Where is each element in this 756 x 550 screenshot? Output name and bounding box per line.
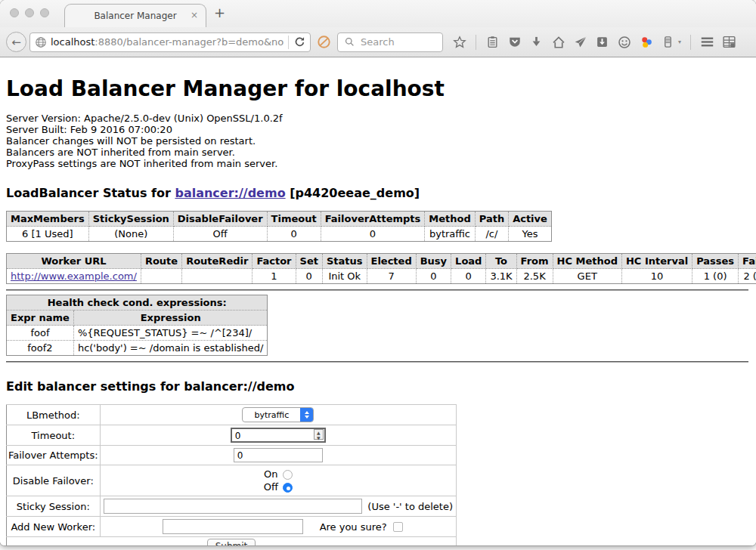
reload-icon[interactable]: [293, 35, 307, 49]
back-button[interactable]: ←: [6, 32, 26, 52]
cell-set: 0: [296, 269, 322, 284]
content-blocker-icon[interactable]: [317, 35, 331, 49]
cell-from: 2.5K: [516, 269, 553, 284]
sticky-session-label: Sticky Session:: [7, 496, 101, 517]
download-arrow-icon[interactable]: [529, 35, 544, 49]
failover-attempts-label: Failover Attempts:: [7, 446, 101, 465]
cell-expression: hc('body') =~ /domain is established/: [73, 341, 268, 356]
page-content: Load Balancer Manager for localhost Serv…: [0, 58, 756, 545]
health-check-table: Health check cond. expressions: Expr nam…: [6, 295, 268, 356]
cell-failoverattempts: 0: [321, 227, 425, 242]
save-box-icon[interactable]: [595, 35, 609, 49]
on-label: On: [264, 468, 277, 480]
edit-settings-heading: Edit balancer settings for balancer://de…: [6, 379, 748, 394]
cell-passes: 1 (0): [692, 269, 739, 284]
pocket-icon[interactable]: [507, 35, 522, 49]
cell-stickysession: (None): [88, 227, 173, 242]
timeout-input[interactable]: 0: [231, 428, 326, 443]
column-header: Worker URL: [7, 254, 141, 269]
worker-url-link[interactable]: http://www.example.com/: [11, 270, 137, 282]
bookmark-star-icon[interactable]: [452, 35, 466, 49]
lbmethod-selected-value: bytraffic: [243, 410, 300, 420]
sticky-session-hint: (Use '-' to delete): [367, 501, 453, 512]
page-title: Load Balancer Manager for localhost: [6, 76, 748, 101]
add-new-worker-label: Add New Worker:: [7, 517, 101, 537]
column-header: From: [516, 254, 553, 269]
toolbar-divider: [476, 35, 476, 50]
select-stepper-icon[interactable]: [300, 408, 313, 422]
colored-dots-icon[interactable]: [639, 35, 653, 49]
cell-active: Yes: [509, 227, 552, 242]
column-header: Busy: [416, 254, 451, 269]
column-header: FailoverAttempts: [321, 212, 425, 227]
cell-route: [141, 269, 181, 284]
cell-timeout: 0: [267, 227, 321, 242]
failover-attempts-input[interactable]: 0: [234, 448, 323, 462]
reading-list-icon[interactable]: [485, 35, 500, 49]
search-placeholder: Search: [361, 36, 395, 48]
failover-on-radio[interactable]: [283, 470, 293, 480]
failover-on-option: On: [102, 468, 454, 480]
url-domain: localhost: [51, 36, 94, 48]
timeout-label: Timeout:: [7, 425, 101, 446]
failover-off-option: Off: [102, 480, 454, 493]
proxypass-note: ProxyPass settings are NOT inherited fro…: [6, 158, 748, 169]
smiley-icon[interactable]: [617, 35, 631, 49]
column-header: Method: [425, 212, 475, 227]
cell-worker-url: http://www.example.com/: [7, 269, 141, 284]
url-bar[interactable]: localhost:8880/balancer-manager?b=demo&n…: [29, 32, 311, 52]
search-input[interactable]: Search: [337, 32, 443, 52]
zoom-window-button[interactable]: [40, 8, 49, 17]
send-icon[interactable]: [573, 35, 587, 49]
cell-status: Init Ok: [322, 269, 367, 284]
status-heading: LoadBalancer Status for balancer://demo …: [6, 186, 748, 200]
cell-elected: 7: [367, 269, 416, 284]
toolbar-buttons: ▾: [452, 35, 736, 50]
minimize-window-button[interactable]: [25, 8, 34, 17]
column-header: HC Method: [553, 254, 621, 269]
tab-close-icon[interactable]: ×: [191, 10, 198, 20]
status-heading-prefix: LoadBalancer Status for: [6, 186, 175, 200]
urlbar-divider: [288, 36, 289, 49]
lbmethod-select[interactable]: bytraffic: [242, 407, 314, 422]
number-spinner-icon[interactable]: ▲▼: [314, 429, 324, 440]
are-you-sure-checkbox[interactable]: [393, 522, 403, 532]
column-header: Set: [296, 254, 322, 269]
cell-maxmembers: 6 [1 Used]: [7, 227, 89, 242]
lbmethod-label: LBmethod:: [7, 405, 101, 425]
edit-balancer-form: LBmethod: bytraffic Timeout: 0▲▼ Failove…: [6, 404, 457, 545]
close-window-button[interactable]: [10, 8, 19, 17]
menu-icon[interactable]: [700, 35, 714, 49]
are-you-sure-label: Are you sure?: [320, 521, 387, 533]
site-identity-globe-icon[interactable]: [33, 35, 48, 49]
column-header: Active: [509, 212, 552, 227]
inherit-note: Balancers are NOT inherited from main se…: [6, 147, 748, 158]
container-icon[interactable]: [661, 35, 675, 49]
server-built: Server Built: Feb 9 2016 07:00:20: [6, 124, 748, 135]
cell-busy: 0: [416, 269, 451, 284]
cell-expression: %{REQUEST_STATUS} =~ /^[234]/: [73, 326, 268, 341]
sticky-session-input[interactable]: [104, 499, 363, 514]
column-header: Factor: [253, 254, 296, 269]
browser-window: Balancer Manager × + ← localhost:8880/ba…: [0, 0, 756, 545]
server-info: Server Version: Apache/2.5.0-dev (Unix) …: [6, 113, 748, 169]
column-header: Passes: [692, 254, 739, 269]
home-icon[interactable]: [551, 35, 565, 49]
chevron-down-icon[interactable]: ▾: [678, 39, 681, 45]
tab-balancer-manager[interactable]: Balancer Manager ×: [64, 4, 206, 27]
column-header: Load: [451, 254, 486, 269]
grid-capture-icon[interactable]: [722, 35, 736, 49]
cell-expr-name: foof: [7, 326, 74, 341]
balancer-table: MaxMembers StickySession DisableFailover…: [6, 211, 552, 242]
column-header: To: [486, 254, 516, 269]
new-tab-button[interactable]: +: [214, 5, 225, 20]
new-worker-input[interactable]: [163, 519, 303, 534]
toolbar-divider: [690, 35, 691, 50]
balancer-link[interactable]: balancer://demo: [175, 186, 285, 200]
column-header: Status: [322, 254, 367, 269]
failover-off-radio[interactable]: [283, 483, 293, 493]
column-header: Expr name: [7, 311, 74, 326]
cell-hc-interval: 10: [621, 269, 692, 284]
submit-button[interactable]: Submit: [207, 539, 256, 545]
status-heading-suffix: [p4420eeae_demo]: [286, 186, 420, 200]
